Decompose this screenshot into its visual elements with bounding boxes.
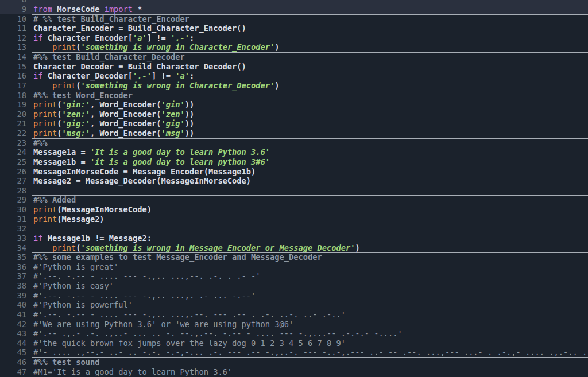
code-text bbox=[52, 5, 57, 14]
code-line-content: print('zen:', Word_Encoder('zen')) bbox=[32, 110, 588, 119]
code-line-8[interactable]: 8 bbox=[0, 0, 588, 5]
code-line-content bbox=[32, 0, 588, 5]
line-number: 31 bbox=[0, 215, 32, 224]
code-line-34[interactable]: 34 print('something is wrong in Message_… bbox=[0, 243, 588, 253]
code-editor[interactable]: 89from MorseCode import *10# %% test Bui… bbox=[0, 0, 588, 377]
line-number: 42 bbox=[0, 320, 32, 329]
code-line-11[interactable]: 11Character_Encoder = Build_Character_En… bbox=[0, 24, 588, 33]
line-number: 16 bbox=[0, 71, 32, 81]
code-line-20[interactable]: 20print('zen:', Word_Encoder('zen')) bbox=[0, 110, 588, 119]
code-line-47[interactable]: 47#M1='It is a good day to learn Python … bbox=[0, 367, 588, 377]
line-number: 32 bbox=[0, 224, 32, 234]
builtin-token: print bbox=[33, 215, 57, 224]
string-token: 'It is a good day to learn Python 3.6' bbox=[90, 147, 270, 157]
code-line-24[interactable]: 24Message1a = 'It is a good day to learn… bbox=[0, 147, 588, 157]
code-line-13[interactable]: 13 print('something is wrong in Characte… bbox=[0, 42, 588, 52]
code-line-32[interactable]: 32 bbox=[0, 224, 588, 234]
keyword-token: if bbox=[33, 33, 42, 42]
comment-token: #'We are using Python 3.6' or 'we are us… bbox=[33, 320, 293, 329]
code-line-content: #'Python is easy' bbox=[32, 281, 588, 291]
code-line-43[interactable]: 43#'.-- .,.- .-. .,..- ... .. -. --.,.--… bbox=[0, 329, 588, 339]
code-line-36[interactable]: 36#'Python is great' bbox=[0, 262, 588, 272]
code-line-18[interactable]: 18#%% test Word_Encoder bbox=[0, 91, 588, 100]
code-text: )) bbox=[185, 100, 194, 109]
line-number: 34 bbox=[0, 243, 32, 253]
code-line-content: Character_Encoder = Build_Character_Enco… bbox=[32, 24, 588, 33]
code-line-content: #%% test Word_Encoder bbox=[32, 91, 588, 100]
code-line-10[interactable]: 10# %% test Build_Character_Encoder bbox=[0, 14, 588, 24]
code-line-26[interactable]: 26MessageInMorseCode = Message_Encoder(M… bbox=[0, 167, 588, 177]
string-token: 'zen' bbox=[161, 110, 185, 119]
code-lines-container: 89from MorseCode import *10# %% test Bui… bbox=[0, 0, 588, 376]
code-text: ) bbox=[274, 81, 279, 90]
code-line-45[interactable]: 45#'- .... .,--.- ..- .. -.-. -.-,-... .… bbox=[0, 348, 588, 357]
builtin-token: print bbox=[52, 243, 76, 252]
line-number: 36 bbox=[0, 262, 32, 272]
code-line-17[interactable]: 17 print('something is wrong in Characte… bbox=[0, 81, 588, 91]
code-line-28[interactable]: 28 bbox=[0, 186, 588, 196]
code-line-42[interactable]: 42#'We are using Python 3.6' or 'we are … bbox=[0, 320, 588, 329]
code-text: Message1b = bbox=[33, 157, 90, 166]
line-number: 25 bbox=[0, 157, 32, 167]
comment-token: #'- .... .,--.- ..- .. -.-. -.-,-... .-.… bbox=[33, 348, 588, 357]
code-line-38[interactable]: 38#'Python is easy' bbox=[0, 281, 588, 291]
builtin-token: print bbox=[52, 81, 76, 90]
code-text: , Word_Encoder( bbox=[90, 119, 161, 128]
line-number: 45 bbox=[0, 348, 32, 357]
string-token: 'something is wrong in Character_Decoder… bbox=[80, 81, 274, 90]
code-line-44[interactable]: 44#'the quick brown fox jumps over the l… bbox=[0, 339, 588, 348]
code-line-21[interactable]: 21print('gig:', Word_Encoder('gig')) bbox=[0, 119, 588, 129]
builtin-token: print bbox=[33, 205, 57, 214]
code-line-33[interactable]: 33if Message1b != Message2: bbox=[0, 234, 588, 243]
code-text bbox=[33, 81, 52, 90]
code-line-37[interactable]: 37#'.--. -.-- - .... --- -.,.. ...,--. .… bbox=[0, 271, 588, 281]
code-line-content: #'We are using Python 3.6' or 'we are us… bbox=[32, 320, 588, 329]
code-line-9[interactable]: 9from MorseCode import * bbox=[0, 5, 588, 14]
code-line-35[interactable]: 35#%% some examples to test Message_Enco… bbox=[0, 252, 588, 262]
code-line-40[interactable]: 40#'Python is powerful' bbox=[0, 300, 588, 310]
code-line-41[interactable]: 41#'.--. -.-- - .... --- -.,.. ...,.--. … bbox=[0, 310, 588, 320]
code-line-23[interactable]: 23#%% bbox=[0, 138, 588, 148]
code-text: (MessageInMorseCode) bbox=[57, 205, 152, 214]
string-token: 'it is a good day to learn python 3#6' bbox=[90, 157, 270, 166]
code-line-content: # %% test Build_Character_Encoder bbox=[32, 14, 588, 24]
code-line-30[interactable]: 30print(MessageInMorseCode) bbox=[0, 205, 588, 215]
line-number: 20 bbox=[0, 110, 32, 119]
code-line-25[interactable]: 25Message1b = 'it is a good day to learn… bbox=[0, 157, 588, 167]
code-line-22[interactable]: 22print('msg:', Word_Encoder('msg')) bbox=[0, 129, 588, 138]
line-number: 22 bbox=[0, 129, 32, 138]
line-number: 30 bbox=[0, 205, 32, 215]
code-line-29[interactable]: 29#%% Added bbox=[0, 195, 588, 205]
code-text bbox=[33, 243, 52, 252]
code-line-39[interactable]: 39#'.--. -.-- - .... --- -.,.. ...,. .- … bbox=[0, 291, 588, 301]
code-text: Message2 = Message_Decoder(MessageInMors… bbox=[33, 176, 251, 185]
code-line-content: print('something is wrong in Character_E… bbox=[32, 42, 588, 52]
code-line-content: if Character_Encoder['a'] != '.-': bbox=[32, 33, 588, 43]
code-line-19[interactable]: 19print('gin:', Word_Encoder('gin')) bbox=[0, 100, 588, 110]
code-line-content: print('gin:', Word_Encoder('gin')) bbox=[32, 100, 588, 110]
string-token: 'gig:' bbox=[61, 119, 90, 128]
code-line-12[interactable]: 12if Character_Encoder['a'] != '.-': bbox=[0, 33, 588, 43]
comment-token: #'.--. -.-- - .... --- -.,.. ...,.--. --… bbox=[33, 310, 346, 319]
code-text bbox=[99, 5, 104, 14]
code-line-16[interactable]: 16if Character_Decoder['.-'] != 'a': bbox=[0, 71, 588, 81]
string-token: 'gin:' bbox=[61, 100, 90, 109]
line-number: 46 bbox=[0, 357, 32, 367]
code-line-14[interactable]: 14#%% test Build_Character_Decoder bbox=[0, 52, 588, 62]
line-number: 14 bbox=[0, 52, 32, 62]
keyword-token: if bbox=[33, 71, 42, 80]
code-line-31[interactable]: 31print(Message2) bbox=[0, 215, 588, 224]
line-number: 41 bbox=[0, 310, 32, 320]
code-text: Character_Encoder[ bbox=[42, 33, 133, 42]
code-line-27[interactable]: 27Message2 = Message_Decoder(MessageInMo… bbox=[0, 176, 588, 186]
code-line-15[interactable]: 15Character_Decoder = Build_Character_De… bbox=[0, 62, 588, 72]
code-line-46[interactable]: 46#%% test sound bbox=[0, 357, 588, 367]
comment-token: #'the quick brown fox jumps over the laz… bbox=[33, 339, 346, 348]
cell-comment-token: #%% bbox=[33, 138, 48, 147]
cell-comment-token: #%% Added bbox=[33, 195, 76, 204]
code-line-content bbox=[32, 224, 588, 234]
line-number: 13 bbox=[0, 42, 32, 52]
code-line-content: Message1b = 'it is a good day to learn p… bbox=[32, 157, 588, 167]
line-number: 24 bbox=[0, 147, 32, 157]
code-line-content: #'.--. -.-- - .... --- -.,.. ...,.--. --… bbox=[32, 310, 588, 320]
